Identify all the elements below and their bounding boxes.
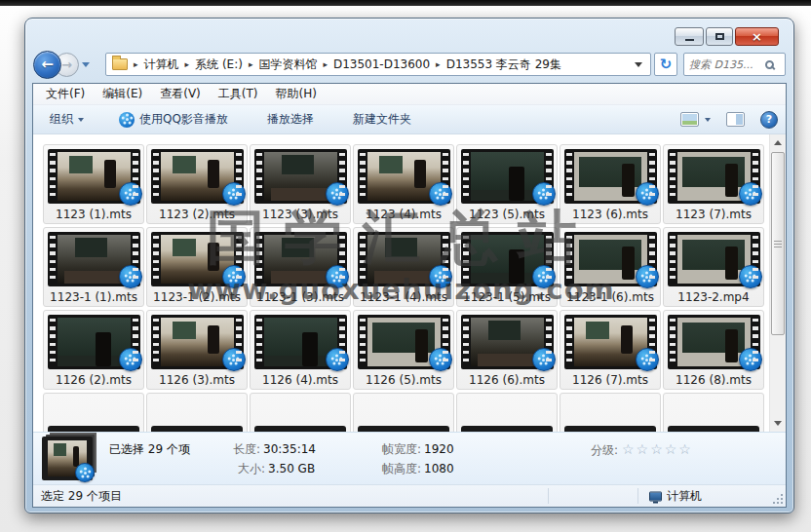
file-item[interactable]: 1123-1 (3).mts — [250, 227, 351, 307]
organize-button[interactable]: 组织 — [41, 107, 93, 132]
file-item[interactable]: 1123 (4).mts — [353, 144, 454, 224]
file-item[interactable]: 1126 (3).mts — [146, 310, 248, 390]
file-item[interactable]: 1123 (3).mts — [250, 144, 351, 224]
video-thumbnail — [48, 232, 140, 286]
file-list-area: 1123 (1).mts 1123 (2).mts 1123 (3).mts 1… — [33, 134, 786, 432]
file-item-partial[interactable] — [456, 393, 558, 432]
menu-help[interactable]: 帮助(H) — [267, 84, 326, 104]
length-label: 长度: — [233, 442, 260, 456]
file-item[interactable]: 1123 (2).mts — [146, 144, 248, 224]
file-item-partial[interactable] — [43, 393, 144, 432]
video-thumbnail — [254, 232, 347, 286]
file-item-partial[interactable] — [560, 393, 661, 432]
file-item[interactable]: 1123-1 (6).mts — [560, 227, 661, 307]
resize-grip[interactable] — [773, 494, 783, 504]
vertical-scrollbar[interactable] — [769, 134, 786, 432]
video-thumbnail — [668, 232, 760, 286]
menu-tools[interactable]: 工具(T) — [210, 84, 267, 104]
file-name: 1123 (5).mts — [457, 208, 557, 222]
file-item[interactable]: 1123-1 (1).mts — [43, 227, 144, 307]
video-thumbnail — [358, 315, 450, 369]
file-name: 1123 (1).mts — [44, 208, 143, 222]
close-button[interactable]: × — [735, 27, 779, 46]
menu-bar: 文件(F) 编辑(E) 查看(V) 工具(T) 帮助(H) — [33, 84, 786, 105]
search-input[interactable] — [689, 58, 765, 71]
qq-player-badge-icon — [532, 348, 556, 371]
views-chevron-down-icon[interactable] — [705, 118, 711, 122]
back-arrow-icon: ← — [41, 57, 54, 72]
file-item[interactable]: 1123 (7).mts — [663, 144, 764, 224]
video-thumbnail — [564, 232, 657, 286]
status-location-label: 计算机 — [667, 488, 702, 505]
file-item[interactable]: 1126 (7).mts — [560, 310, 661, 390]
history-dropdown-icon[interactable] — [82, 62, 90, 67]
file-item[interactable]: 1123-1 (4).mts — [353, 227, 454, 307]
file-name: 1126 (6).mts — [457, 373, 557, 388]
status-location: 计算机 — [649, 488, 702, 505]
new-folder-label: 新建文件夹 — [353, 111, 411, 128]
file-name: 1126 (5).mts — [354, 373, 453, 388]
frame-width-label: 帧宽度: — [382, 442, 421, 456]
file-item[interactable]: 1126 (5).mts — [353, 310, 454, 390]
help-icon[interactable]: ? — [760, 111, 778, 129]
file-item[interactable]: 1126 (8).mts — [663, 310, 764, 390]
file-item-partial[interactable] — [663, 393, 764, 432]
menu-edit[interactable]: 编辑(E) — [94, 84, 151, 104]
preview-pane-icon[interactable] — [726, 112, 745, 127]
file-item[interactable]: 1126 (2).mts — [43, 310, 144, 390]
file-name: 1126 (7).mts — [560, 373, 660, 388]
scroll-up-icon — [774, 140, 782, 145]
maximize-button[interactable] — [706, 27, 733, 46]
menu-file[interactable]: 文件(F) — [37, 84, 94, 104]
breadcrumb-item-range[interactable]: D13501-D13600 — [328, 56, 435, 73]
command-bar: 组织 使用QQ影音播放 播放选择 新建文件夹 ? — [33, 105, 786, 134]
file-item[interactable]: 1123-1 (5).mts — [456, 227, 558, 307]
video-thumbnail — [668, 315, 760, 369]
menu-view[interactable]: 查看(V) — [151, 84, 210, 104]
video-thumbnail — [254, 149, 347, 204]
status-separator — [548, 488, 549, 504]
file-item[interactable]: 1123 (6).mts — [560, 144, 661, 224]
breadcrumb-item-library[interactable]: 国学资料馆 — [253, 55, 322, 75]
computer-icon — [649, 491, 662, 501]
change-view-icon[interactable] — [680, 112, 699, 127]
file-item[interactable]: 1123 (5).mts — [456, 144, 558, 224]
file-item[interactable]: 1126 (6).mts — [456, 310, 558, 390]
scroll-up-button[interactable] — [770, 134, 786, 151]
explorer-window: × ← → ▸ 计算机 ▸ 系统 (E:) ▸ 国学资料馆 ▸ D13501-D… — [24, 18, 794, 513]
size-value: 3.50 GB — [268, 462, 315, 475]
search-box[interactable] — [683, 53, 786, 76]
qq-player-badge-icon — [326, 348, 349, 371]
breadcrumb-item-current[interactable]: D13553 李云奇 29集 — [442, 55, 566, 75]
status-selection-text: 选定 29 个项目 — [41, 488, 122, 505]
file-item[interactable]: 1123-1 (2).mts — [146, 227, 248, 307]
address-dropdown-icon[interactable] — [635, 62, 642, 67]
frame-width-value: 1920 — [424, 442, 454, 456]
new-folder-button[interactable]: 新建文件夹 — [344, 107, 420, 132]
play-selection-button[interactable]: 播放选择 — [258, 107, 323, 132]
rating-stars[interactable]: ☆☆☆☆☆ — [622, 441, 693, 457]
file-item-partial[interactable] — [146, 393, 248, 432]
file-item-partial[interactable] — [250, 393, 351, 432]
qq-player-badge-icon — [739, 265, 762, 288]
breadcrumb[interactable]: ▸ 计算机 ▸ 系统 (E:) ▸ 国学资料馆 ▸ D13501-D13600 … — [105, 53, 651, 76]
breadcrumb-item-drive[interactable]: 系统 (E:) — [190, 55, 248, 75]
scrollbar-thumb[interactable] — [771, 152, 785, 335]
minimize-icon — [685, 39, 694, 41]
file-item-partial[interactable] — [353, 393, 454, 432]
refresh-button[interactable]: ↻ — [654, 53, 677, 76]
qq-player-badge-icon — [739, 182, 762, 206]
breadcrumb-item-computer[interactable]: 计算机 — [139, 55, 184, 75]
scroll-down-button[interactable] — [770, 415, 786, 432]
organize-label: 组织 — [50, 111, 73, 128]
play-with-qq-button[interactable]: 使用QQ影音播放 — [110, 107, 237, 132]
file-item[interactable]: 1123-2.mp4 — [663, 227, 764, 307]
file-item[interactable]: 1123 (1).mts — [43, 144, 144, 224]
file-name: 1123-1 (6).mts — [560, 290, 660, 305]
video-thumbnail — [358, 149, 450, 204]
minimize-button[interactable] — [675, 27, 704, 46]
file-item[interactable]: 1126 (4).mts — [250, 310, 351, 390]
file-grid: 1123 (1).mts 1123 (2).mts 1123 (3).mts 1… — [33, 134, 769, 432]
back-button[interactable]: ← — [33, 51, 61, 79]
qq-player-badge-icon — [636, 265, 659, 288]
